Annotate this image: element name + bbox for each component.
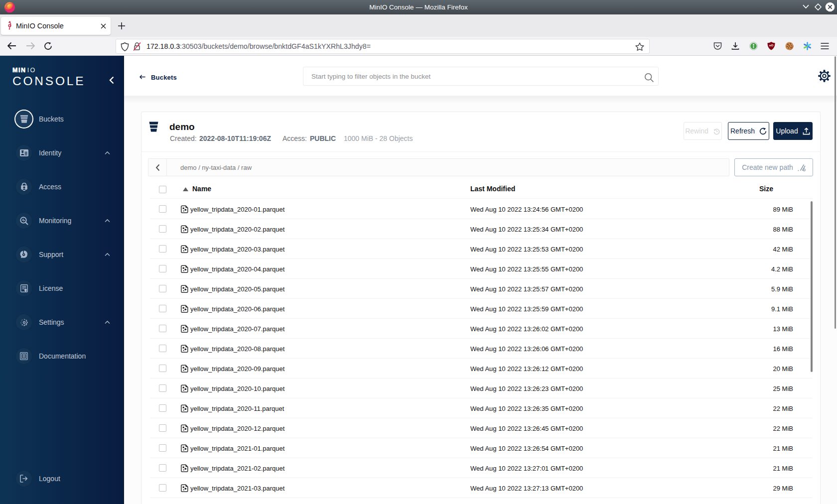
svg-text:uO: uO xyxy=(769,43,774,47)
